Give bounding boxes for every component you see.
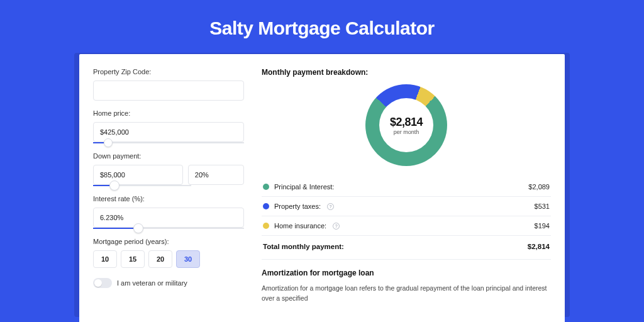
period-options: 10 15 20 30 (93, 250, 244, 268)
interest-slider-fill (93, 228, 138, 229)
period-option-10[interactable]: 10 (93, 250, 117, 268)
home-price-field: Home price: (93, 109, 244, 143)
interest-field: Interest rate (%): (93, 195, 244, 229)
down-payment-label: Down payment: (93, 152, 244, 160)
home-price-slider-thumb[interactable] (104, 138, 113, 147)
dot-icon (263, 203, 269, 209)
legend-label: Property taxes: (274, 203, 321, 210)
legend-row-insurance: Home insurance: ? $194 (262, 216, 551, 235)
donut-chart: $2,814 per month (365, 84, 447, 166)
breakdown-column: Monthly payment breakdown: $2,814 per mo… (262, 68, 551, 304)
legend-row-taxes: Property taxes: ? $531 (262, 197, 551, 216)
interest-slider[interactable] (93, 228, 244, 229)
veteran-row: I am veteran or military (93, 278, 244, 288)
down-payment-amount-input[interactable] (93, 165, 183, 185)
legend-label: Principal & Interest: (274, 183, 334, 191)
down-payment-slider-thumb[interactable] (109, 180, 119, 191)
section-divider (262, 259, 551, 260)
dot-icon (263, 223, 269, 229)
home-price-label: Home price: (93, 109, 244, 117)
info-icon[interactable]: ? (333, 223, 340, 230)
period-option-30[interactable]: 30 (176, 250, 200, 268)
page-title: Salty Mortgage Calculator (0, 0, 644, 53)
donut-sub: per month (394, 129, 419, 135)
down-payment-percent-input[interactable] (188, 165, 244, 185)
interest-input[interactable] (93, 208, 244, 228)
period-option-20[interactable]: 20 (148, 250, 172, 268)
period-option-15[interactable]: 15 (121, 250, 145, 268)
legend-row-principal: Principal & Interest: $2,089 (262, 177, 551, 196)
zip-label: Property Zip Code: (93, 68, 244, 75)
legend-label: Home insurance: (274, 222, 326, 230)
down-payment-field: Down payment: (93, 152, 244, 186)
calculator-card: Property Zip Code: Home price: Down paym… (79, 54, 565, 322)
veteran-toggle-knob (94, 279, 102, 287)
legend-value: $194 (535, 222, 550, 230)
total-label: Total monthly payment: (263, 243, 344, 250)
down-payment-slider[interactable] (93, 185, 191, 186)
veteran-label: I am veteran or military (117, 279, 187, 287)
legend-value: $531 (535, 203, 550, 210)
donut-chart-wrap: $2,814 per month (262, 84, 551, 166)
interest-slider-thumb[interactable] (133, 223, 143, 233)
zip-input[interactable] (93, 80, 244, 101)
period-field: Mortgage period (years): 10 15 20 30 (93, 238, 244, 268)
breakdown-title: Monthly payment breakdown: (262, 68, 551, 77)
total-row: Total monthly payment: $2,814 (262, 236, 551, 259)
veteran-toggle[interactable] (93, 278, 112, 288)
dot-icon (263, 184, 269, 190)
home-price-slider[interactable] (93, 142, 244, 143)
legend-value: $2,089 (528, 183, 550, 191)
amortization-text: Amortization for a mortgage loan refers … (262, 284, 551, 304)
donut-amount: $2,814 (390, 116, 423, 129)
period-label: Mortgage period (years): (93, 238, 244, 245)
amortization-title: Amortization for mortgage loan (262, 269, 551, 277)
zip-field: Property Zip Code: (93, 68, 244, 101)
total-value: $2,814 (528, 243, 550, 250)
inputs-column: Property Zip Code: Home price: Down paym… (93, 68, 244, 304)
interest-label: Interest rate (%): (93, 195, 244, 203)
info-icon[interactable]: ? (327, 203, 334, 210)
donut-center: $2,814 per month (379, 98, 433, 152)
home-price-input[interactable] (93, 122, 244, 142)
